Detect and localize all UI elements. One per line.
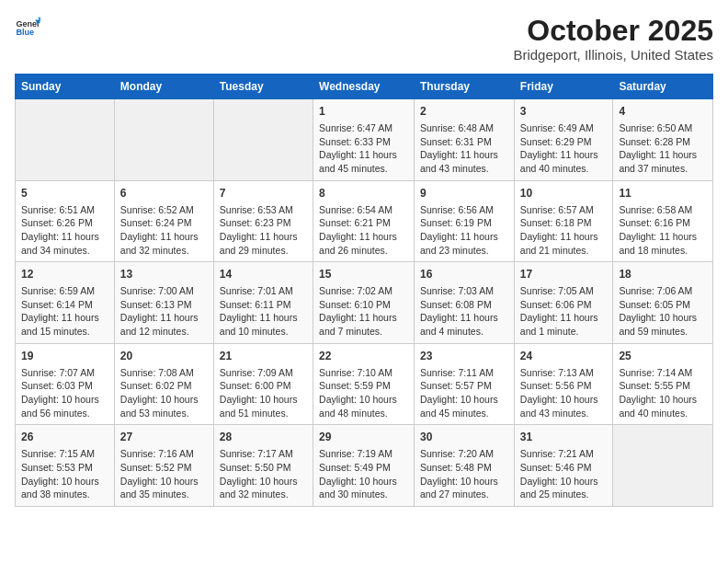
day-number: 17 (520, 267, 608, 282)
day-number: 9 (420, 186, 508, 201)
calendar-cell: 15Sunrise: 7:02 AM Sunset: 6:10 PM Dayli… (313, 262, 415, 344)
header-monday: Monday (114, 75, 213, 99)
day-info: Sunrise: 7:01 AM Sunset: 6:11 PM Dayligh… (220, 284, 307, 339)
calendar-week-2: 5Sunrise: 6:51 AM Sunset: 6:26 PM Daylig… (16, 180, 713, 262)
day-info: Sunrise: 7:09 AM Sunset: 6:00 PM Dayligh… (220, 366, 307, 420)
day-number: 28 (220, 430, 307, 445)
calendar-cell: 24Sunrise: 7:13 AM Sunset: 5:56 PM Dayli… (514, 343, 613, 425)
day-info: Sunrise: 7:03 AM Sunset: 6:08 PM Dayligh… (420, 284, 508, 339)
day-info: Sunrise: 6:57 AM Sunset: 6:18 PM Dayligh… (520, 203, 608, 258)
day-number: 4 (619, 104, 707, 120)
calendar-cell (16, 99, 115, 181)
calendar-week-1: 1Sunrise: 6:47 AM Sunset: 6:33 PM Daylig… (16, 99, 713, 181)
day-number: 25 (619, 349, 707, 364)
day-number: 24 (520, 349, 608, 364)
calendar-cell: 11Sunrise: 6:58 AM Sunset: 6:16 PM Dayli… (613, 180, 713, 262)
calendar-body: 1Sunrise: 6:47 AM Sunset: 6:33 PM Daylig… (16, 99, 713, 507)
calendar-table: Sunday Monday Tuesday Wednesday Thursday… (15, 74, 713, 507)
day-info: Sunrise: 6:54 AM Sunset: 6:21 PM Dayligh… (319, 203, 408, 258)
calendar-cell: 8Sunrise: 6:54 AM Sunset: 6:21 PM Daylig… (313, 180, 415, 262)
calendar-cell: 10Sunrise: 6:57 AM Sunset: 6:18 PM Dayli… (514, 180, 613, 262)
day-info: Sunrise: 6:52 AM Sunset: 6:24 PM Dayligh… (120, 203, 208, 258)
calendar-cell: 26Sunrise: 7:15 AM Sunset: 5:53 PM Dayli… (16, 425, 115, 507)
day-number: 6 (120, 186, 208, 201)
day-number: 20 (120, 349, 208, 364)
day-info: Sunrise: 7:16 AM Sunset: 5:52 PM Dayligh… (120, 447, 208, 501)
calendar-cell (213, 99, 313, 181)
svg-text:Blue: Blue (16, 28, 34, 37)
calendar-cell: 17Sunrise: 7:05 AM Sunset: 6:06 PM Dayli… (514, 262, 613, 344)
header-friday: Friday (514, 75, 613, 99)
calendar-cell: 1Sunrise: 6:47 AM Sunset: 6:33 PM Daylig… (313, 99, 415, 181)
calendar-cell: 28Sunrise: 7:17 AM Sunset: 5:50 PM Dayli… (213, 425, 313, 507)
day-info: Sunrise: 7:07 AM Sunset: 6:03 PM Dayligh… (21, 366, 108, 420)
header-wednesday: Wednesday (313, 75, 415, 99)
calendar-week-4: 19Sunrise: 7:07 AM Sunset: 6:03 PM Dayli… (16, 343, 713, 425)
day-number: 30 (420, 430, 508, 445)
calendar-cell: 6Sunrise: 6:52 AM Sunset: 6:24 PM Daylig… (114, 180, 213, 262)
day-number: 15 (319, 267, 408, 282)
day-info: Sunrise: 7:13 AM Sunset: 5:56 PM Dayligh… (520, 366, 608, 420)
day-number: 8 (319, 186, 408, 201)
day-info: Sunrise: 6:47 AM Sunset: 6:33 PM Dayligh… (319, 121, 408, 176)
calendar-cell: 20Sunrise: 7:08 AM Sunset: 6:02 PM Dayli… (114, 343, 213, 425)
header-thursday: Thursday (415, 75, 515, 99)
day-info: Sunrise: 6:59 AM Sunset: 6:14 PM Dayligh… (21, 284, 108, 339)
day-number: 18 (619, 267, 707, 282)
calendar-cell: 2Sunrise: 6:48 AM Sunset: 6:31 PM Daylig… (415, 99, 515, 181)
calendar-cell: 9Sunrise: 6:56 AM Sunset: 6:19 PM Daylig… (415, 180, 515, 262)
day-number: 19 (21, 349, 108, 364)
header-sunday: Sunday (16, 75, 115, 99)
day-info: Sunrise: 7:08 AM Sunset: 6:02 PM Dayligh… (120, 366, 208, 420)
day-number: 10 (520, 186, 608, 201)
day-info: Sunrise: 6:50 AM Sunset: 6:28 PM Dayligh… (619, 121, 707, 176)
calendar-cell: 3Sunrise: 6:49 AM Sunset: 6:29 PM Daylig… (514, 99, 613, 181)
day-info: Sunrise: 7:19 AM Sunset: 5:49 PM Dayligh… (319, 447, 408, 501)
title-block: October 2025 Bridgeport, Illinois, Unite… (513, 15, 713, 63)
calendar-cell: 12Sunrise: 6:59 AM Sunset: 6:14 PM Dayli… (16, 262, 115, 344)
day-number: 7 (220, 186, 307, 201)
day-number: 23 (420, 349, 508, 364)
calendar-cell (613, 425, 713, 507)
day-info: Sunrise: 6:56 AM Sunset: 6:19 PM Dayligh… (420, 203, 508, 258)
calendar-header: Sunday Monday Tuesday Wednesday Thursday… (16, 75, 713, 99)
calendar-cell: 22Sunrise: 7:10 AM Sunset: 5:59 PM Dayli… (313, 343, 415, 425)
day-number: 26 (21, 430, 108, 445)
calendar-cell: 18Sunrise: 7:06 AM Sunset: 6:05 PM Dayli… (613, 262, 713, 344)
day-number: 14 (220, 267, 307, 282)
day-number: 22 (319, 349, 408, 364)
day-info: Sunrise: 7:10 AM Sunset: 5:59 PM Dayligh… (319, 366, 408, 420)
day-number: 5 (21, 186, 108, 201)
day-number: 1 (319, 104, 408, 120)
day-info: Sunrise: 7:20 AM Sunset: 5:48 PM Dayligh… (420, 447, 508, 501)
day-number: 13 (120, 267, 208, 282)
calendar-cell: 19Sunrise: 7:07 AM Sunset: 6:03 PM Dayli… (16, 343, 115, 425)
calendar-cell: 5Sunrise: 6:51 AM Sunset: 6:26 PM Daylig… (16, 180, 115, 262)
day-info: Sunrise: 7:21 AM Sunset: 5:46 PM Dayligh… (520, 447, 608, 501)
header-saturday: Saturday (613, 75, 713, 99)
calendar-cell: 30Sunrise: 7:20 AM Sunset: 5:48 PM Dayli… (415, 425, 515, 507)
day-info: Sunrise: 7:06 AM Sunset: 6:05 PM Dayligh… (619, 284, 707, 339)
calendar-week-5: 26Sunrise: 7:15 AM Sunset: 5:53 PM Dayli… (16, 425, 713, 507)
day-number: 21 (220, 349, 307, 364)
day-info: Sunrise: 6:53 AM Sunset: 6:23 PM Dayligh… (220, 203, 307, 258)
day-number: 29 (319, 430, 408, 445)
calendar-cell: 31Sunrise: 7:21 AM Sunset: 5:46 PM Dayli… (514, 425, 613, 507)
day-info: Sunrise: 7:02 AM Sunset: 6:10 PM Dayligh… (319, 284, 408, 339)
calendar-cell: 14Sunrise: 7:01 AM Sunset: 6:11 PM Dayli… (213, 262, 313, 344)
day-info: Sunrise: 6:51 AM Sunset: 6:26 PM Dayligh… (21, 203, 108, 258)
header-row: Sunday Monday Tuesday Wednesday Thursday… (16, 75, 713, 99)
calendar-cell: 21Sunrise: 7:09 AM Sunset: 6:00 PM Dayli… (213, 343, 313, 425)
day-number: 16 (420, 267, 508, 282)
day-number: 2 (420, 104, 508, 120)
calendar-cell: 25Sunrise: 7:14 AM Sunset: 5:55 PM Dayli… (613, 343, 713, 425)
day-info: Sunrise: 6:48 AM Sunset: 6:31 PM Dayligh… (420, 121, 508, 176)
header-tuesday: Tuesday (213, 75, 313, 99)
calendar-cell: 7Sunrise: 6:53 AM Sunset: 6:23 PM Daylig… (213, 180, 313, 262)
logo-icon: General Blue (15, 15, 40, 40)
day-number: 3 (520, 104, 608, 120)
day-info: Sunrise: 6:58 AM Sunset: 6:16 PM Dayligh… (619, 203, 707, 258)
day-number: 11 (619, 186, 707, 201)
month-title: October 2025 (513, 15, 713, 47)
logo: General Blue (15, 15, 40, 40)
